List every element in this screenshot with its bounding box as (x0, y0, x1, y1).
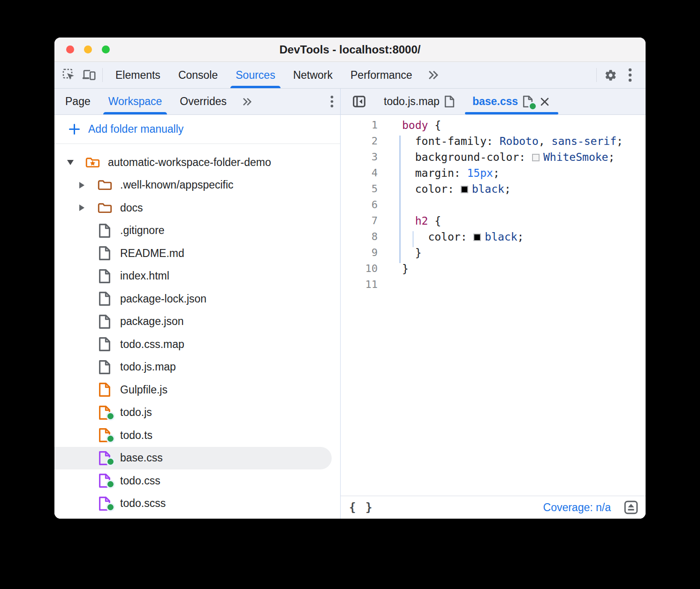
linked-green-dot (107, 504, 114, 510)
tree-item--gitignore[interactable]: .gitignore (54, 219, 340, 242)
line-number[interactable]: 10 (341, 261, 378, 277)
tree-item--well-known-appspecific[interactable]: .well-known/appspecific (54, 174, 340, 197)
file-icon (95, 337, 114, 352)
desktop-background: DevTools - localhost:8000/ ElementsConso… (0, 0, 700, 589)
more-panels-icon[interactable] (421, 70, 447, 80)
file-icon (95, 451, 114, 466)
code-content[interactable]: body { font-family: Roboto, sans-serif; … (384, 117, 646, 496)
eject-icon[interactable] (624, 500, 638, 514)
code-line-3: background-color: WhiteSmoke; (402, 149, 646, 165)
editor-statusbar: { } Coverage: n/a (341, 496, 646, 519)
tree-item-todo-ts[interactable]: todo.ts (54, 424, 340, 447)
titlebar: DevTools - localhost:8000/ (54, 38, 646, 62)
tree-item-readme-md[interactable]: README.md (54, 242, 340, 265)
navigator-sidebar: PageWorkspaceOverrides (54, 89, 341, 519)
file-icon (95, 223, 114, 238)
caret-right-icon[interactable] (79, 182, 95, 189)
tab-elements[interactable]: Elements (107, 62, 169, 88)
line-number[interactable]: 5 (341, 181, 378, 197)
code-line-8: color: black; (402, 229, 646, 245)
tree-item-docs[interactable]: docs (54, 196, 340, 219)
navigator-tab-strip: PageWorkspaceOverrides (54, 89, 340, 115)
file-icon (95, 428, 114, 443)
code-line-6 (402, 197, 646, 213)
caret-right-icon[interactable] (79, 204, 95, 211)
line-number[interactable]: 3 (341, 149, 378, 165)
code-line-11 (402, 277, 646, 293)
color-swatch[interactable] (461, 186, 468, 193)
tree-item-label: Gulpfile.js (120, 384, 167, 396)
document-icon (523, 95, 534, 108)
line-number[interactable]: 11 (341, 277, 378, 293)
tree-item-package-lock-json[interactable]: package-lock.json (54, 287, 340, 310)
tree-item-todo-css-map[interactable]: todo.css.map (54, 333, 340, 356)
indent-guide (399, 136, 401, 263)
more-navigator-tabs-icon[interactable] (236, 98, 260, 106)
editor-tab-todo-js-map[interactable]: todo.js.map (375, 89, 464, 114)
kebab-menu-icon[interactable] (620, 65, 640, 85)
tree-item-index-html[interactable]: index.html (54, 265, 340, 288)
indent-guide-inner (412, 231, 414, 247)
code-line-4: margin: 15px; (402, 165, 646, 181)
navigator-toggle-icon[interactable] (349, 92, 369, 112)
tree-item-todo-scss[interactable]: todo.scss (54, 492, 340, 515)
file-icon (95, 496, 114, 511)
devtools-toolbar: ElementsConsoleSourcesNetworkPerformance (54, 62, 646, 89)
line-number[interactable]: 1 (341, 117, 378, 133)
line-number[interactable]: 7 (341, 213, 378, 229)
line-number[interactable]: 2 (341, 133, 378, 149)
tree-item-base-css[interactable]: base.css (54, 447, 332, 470)
tree-item-todo-css[interactable]: todo.css (54, 469, 340, 492)
window-title: DevTools - localhost:8000/ (54, 43, 646, 56)
code-line-1: body { (402, 117, 646, 133)
settings-gear-icon[interactable] (601, 65, 620, 85)
navigator-kebab-menu-icon[interactable] (330, 95, 334, 108)
tree-item-label: .gitignore (120, 224, 165, 237)
pretty-print-icon[interactable]: { } (349, 501, 373, 514)
active-tab-underline (230, 86, 280, 88)
tree-item-label: todo.css.map (120, 338, 184, 351)
line-number[interactable]: 4 (341, 165, 378, 181)
code-line-5: color: black; (402, 181, 646, 197)
tab-console[interactable]: Console (169, 62, 227, 88)
devtools-window: DevTools - localhost:8000/ ElementsConso… (54, 38, 646, 519)
editor-tab-base-css[interactable]: base.css (464, 89, 559, 114)
tree-item-label: docs (120, 202, 143, 214)
tree-item-label: package-lock.json (120, 293, 206, 305)
tab-performance[interactable]: Performance (342, 62, 421, 88)
close-tab-icon[interactable] (539, 96, 551, 108)
tree-item-gulpfile-js[interactable]: Gulpfile.js (54, 378, 340, 401)
add-folder-manually-button[interactable]: Add folder manually (54, 115, 340, 144)
sidebar-tab-overrides[interactable]: Overrides (171, 89, 236, 114)
color-swatch[interactable] (532, 154, 540, 161)
tab-sources[interactable]: Sources (227, 62, 284, 88)
line-number[interactable]: 8 (341, 229, 378, 245)
code-editor[interactable]: 1234567891011 body { font-family: Roboto… (341, 115, 646, 496)
tree-item-label: base.css (120, 452, 163, 464)
line-number[interactable]: 9 (341, 245, 378, 261)
tree-item-automatic-workspace-folder-demo[interactable]: automatic-workspace-folder-demo (54, 151, 340, 174)
color-swatch[interactable] (473, 234, 481, 241)
caret-down-icon[interactable] (67, 160, 83, 165)
editor-pane: todo.js.map base.css 1234567891011 body … (341, 89, 646, 519)
tree-item-todo-js[interactable]: todo.js (54, 401, 340, 424)
file-icon (95, 473, 114, 488)
coverage-link[interactable]: Coverage: n/a (543, 501, 611, 514)
file-icon (95, 291, 114, 306)
line-number-gutter[interactable]: 1234567891011 (341, 117, 384, 496)
tab-network[interactable]: Network (284, 62, 342, 88)
inspect-element-icon[interactable] (59, 65, 79, 85)
tree-item-label: todo.js.map (120, 361, 176, 373)
tree-item-todo-js-map[interactable]: todo.js.map (54, 356, 340, 379)
sidebar-tab-workspace[interactable]: Workspace (99, 89, 171, 114)
line-number[interactable]: 6 (341, 197, 378, 213)
device-toolbar-icon[interactable] (79, 65, 99, 85)
tree-item-label: todo.scss (120, 497, 166, 510)
editor-tab-strip: todo.js.map base.css (341, 89, 646, 115)
file-icon (95, 382, 114, 397)
active-editor-tab-underline (465, 112, 558, 114)
linked-green-dot (107, 436, 114, 442)
tree-item-package-json[interactable]: package.json (54, 310, 340, 333)
sidebar-tab-page[interactable]: Page (56, 89, 99, 114)
plus-icon (68, 123, 80, 135)
